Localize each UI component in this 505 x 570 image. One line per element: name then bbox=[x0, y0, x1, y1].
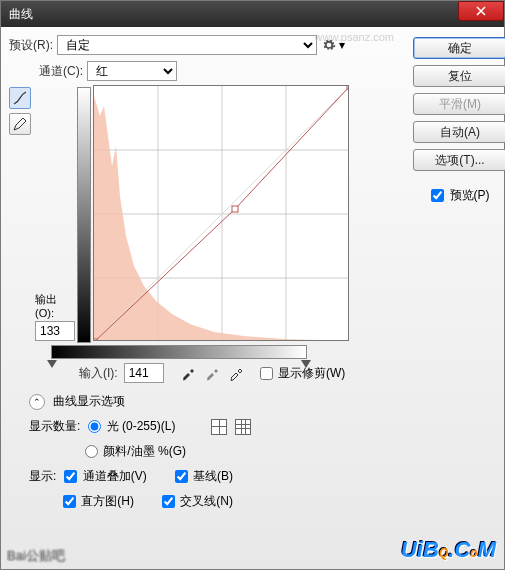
show-label: 显示: bbox=[29, 468, 56, 485]
output-field[interactable] bbox=[35, 321, 75, 341]
preset-select[interactable]: 自定 bbox=[57, 35, 317, 55]
close-icon bbox=[476, 6, 486, 16]
black-slider[interactable] bbox=[47, 360, 57, 368]
output-label: 输出(O): bbox=[35, 292, 75, 319]
input-field[interactable] bbox=[124, 363, 164, 383]
logo-watermark: UiBQ.CoM bbox=[401, 537, 496, 563]
input-label: 输入(I): bbox=[79, 365, 118, 382]
preview-check[interactable]: 预览(P) bbox=[431, 187, 490, 204]
amount-label: 显示数量: bbox=[29, 418, 80, 435]
amount-ink-radio[interactable]: 颜料/油墨 %(G) bbox=[85, 443, 186, 460]
baidu-watermark: Bai公贴吧 bbox=[7, 547, 65, 565]
curve-graph[interactable] bbox=[93, 85, 349, 341]
reset-button[interactable]: 复位 bbox=[413, 65, 505, 87]
input-gradient bbox=[51, 345, 307, 359]
curve-point-tool[interactable] bbox=[9, 87, 31, 109]
output-gradient bbox=[77, 87, 91, 343]
auto-button[interactable]: 自动(A) bbox=[413, 121, 505, 143]
channel-label: 通道(C): bbox=[39, 63, 83, 80]
close-button[interactable] bbox=[458, 1, 504, 21]
curve-point-mid[interactable] bbox=[232, 206, 238, 212]
grid-coarse-button[interactable] bbox=[211, 419, 227, 435]
curve-display-options-label: 曲线显示选项 bbox=[53, 393, 125, 410]
eyedropper-gray-icon[interactable] bbox=[204, 365, 220, 381]
pencil-icon bbox=[12, 116, 28, 132]
grid-fine-button[interactable] bbox=[235, 419, 251, 435]
smooth-button: 平滑(M) bbox=[413, 93, 505, 115]
white-slider[interactable] bbox=[301, 360, 311, 368]
options-button[interactable]: 选项(T)... bbox=[413, 149, 505, 171]
overlay-check[interactable]: 通道叠加(V) bbox=[64, 468, 146, 485]
curve-draw-tool[interactable] bbox=[9, 113, 31, 135]
eyedropper-black-icon[interactable] bbox=[180, 365, 196, 381]
ok-button[interactable]: 确定 bbox=[413, 37, 505, 59]
window-title: 曲线 bbox=[9, 6, 496, 23]
curve-point-black[interactable] bbox=[94, 339, 97, 341]
eyedropper-white-icon[interactable] bbox=[228, 365, 244, 381]
baseline-check[interactable]: 基线(B) bbox=[175, 468, 233, 485]
histogram-check[interactable]: 直方图(H) bbox=[63, 493, 134, 510]
cross-check[interactable]: 交叉线(N) bbox=[162, 493, 233, 510]
channel-select[interactable]: 红 bbox=[87, 61, 177, 81]
curve-icon bbox=[12, 90, 28, 106]
collapse-button[interactable]: ⌃ bbox=[29, 394, 45, 410]
curves-dialog: 曲线 www.psanz.com 预设(R): 自定 ▾ 通道(C): 红 bbox=[0, 0, 505, 570]
site-watermark: www.psanz.com bbox=[315, 31, 394, 43]
curve-point-white[interactable] bbox=[347, 86, 349, 89]
amount-light-radio[interactable]: 光 (0-255)(L) bbox=[88, 418, 175, 435]
preset-label: 预设(R): bbox=[9, 37, 53, 54]
title-bar[interactable]: 曲线 bbox=[1, 1, 504, 27]
